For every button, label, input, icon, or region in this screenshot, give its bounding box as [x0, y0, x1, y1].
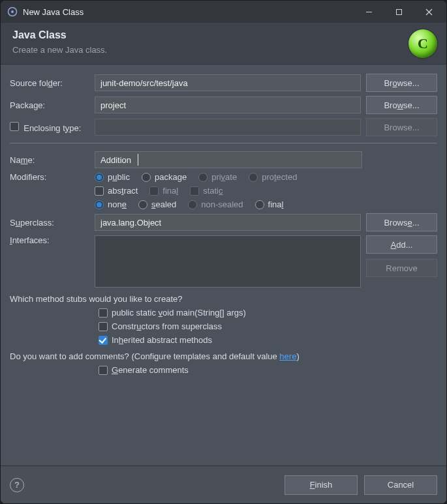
- radio-non-sealed: non-sealed: [188, 200, 243, 209]
- comments-question: Do you want to add comments? (Configure …: [10, 351, 437, 361]
- radio-protected: protected: [249, 172, 297, 182]
- name-input[interactable]: [95, 151, 362, 168]
- check-ctors[interactable]: Constructors from superclass: [99, 321, 437, 331]
- banner-sub: Create a new Java class.: [12, 45, 435, 55]
- minimize-button[interactable]: [354, 1, 384, 22]
- label-superclass: Superclass:: [10, 218, 89, 228]
- finish-button[interactable]: Finish: [285, 475, 358, 495]
- browse-package-button[interactable]: Browse...: [366, 96, 437, 114]
- app-icon: [7, 7, 18, 17]
- interfaces-list[interactable]: [95, 235, 361, 288]
- footer: ? Finish Cancel: [1, 466, 446, 503]
- superclass-input[interactable]: [95, 214, 361, 231]
- radio-package[interactable]: package: [142, 172, 187, 182]
- svg-point-1: [11, 10, 14, 13]
- radio-none[interactable]: none: [95, 200, 127, 209]
- check-generate-comments[interactable]: Generate comments: [99, 365, 437, 375]
- banner-heading: Java Class: [12, 29, 435, 41]
- check-final: final: [149, 186, 178, 196]
- class-icon: C: [408, 29, 437, 58]
- browse-source-button[interactable]: Browse...: [366, 74, 437, 92]
- modifiers-group: public package private protected abstrac…: [95, 172, 437, 209]
- window-title: New Java Class: [23, 7, 354, 17]
- stubs-question: Which method stubs would you like to cre…: [10, 294, 437, 304]
- close-button[interactable]: [414, 1, 444, 22]
- label-package: Package:: [10, 100, 89, 110]
- source-folder-input[interactable]: [95, 74, 361, 91]
- package-input[interactable]: [95, 96, 361, 113]
- label-source-folder: Source folder:: [10, 78, 89, 88]
- cancel-button[interactable]: Cancel: [364, 475, 437, 495]
- check-main[interactable]: public static void main(String[] args): [99, 308, 437, 318]
- label-interfaces: Interfaces:: [10, 235, 89, 245]
- radio-sealed[interactable]: sealed: [138, 200, 176, 209]
- enclosing-type-input: [95, 119, 361, 136]
- browse-superclass-button[interactable]: Browse...: [366, 213, 437, 231]
- svg-rect-3: [396, 9, 401, 14]
- add-interface-button[interactable]: Add...: [366, 235, 437, 254]
- label-modifiers: Modifiers:: [10, 172, 89, 182]
- check-abstract[interactable]: abstract: [95, 186, 138, 196]
- browse-enclosing-button: Browse...: [366, 118, 437, 136]
- radio-final-seal[interactable]: final: [255, 200, 284, 209]
- text-caret: [138, 154, 138, 166]
- maximize-button[interactable]: [384, 1, 414, 22]
- titlebar: New Java Class: [1, 1, 446, 23]
- radio-private: private: [198, 172, 237, 182]
- here-link[interactable]: here: [279, 351, 296, 361]
- enclosing-type-check[interactable]: Enclosing type:: [10, 122, 89, 133]
- radio-public[interactable]: public: [95, 172, 130, 182]
- banner: Java Class Create a new Java class. C: [1, 23, 446, 65]
- check-inherited[interactable]: Inherited abstract methods: [99, 335, 437, 345]
- separator: [10, 143, 437, 143]
- help-button[interactable]: ?: [10, 478, 24, 492]
- remove-interface-button: Remove: [366, 259, 437, 277]
- check-static: static: [190, 186, 223, 196]
- form-area: Source folder: Browse... Package: Browse…: [1, 65, 446, 466]
- label-name: Name:: [10, 155, 89, 165]
- dialog-window: New Java Class Java Class Create a new J…: [0, 0, 447, 504]
